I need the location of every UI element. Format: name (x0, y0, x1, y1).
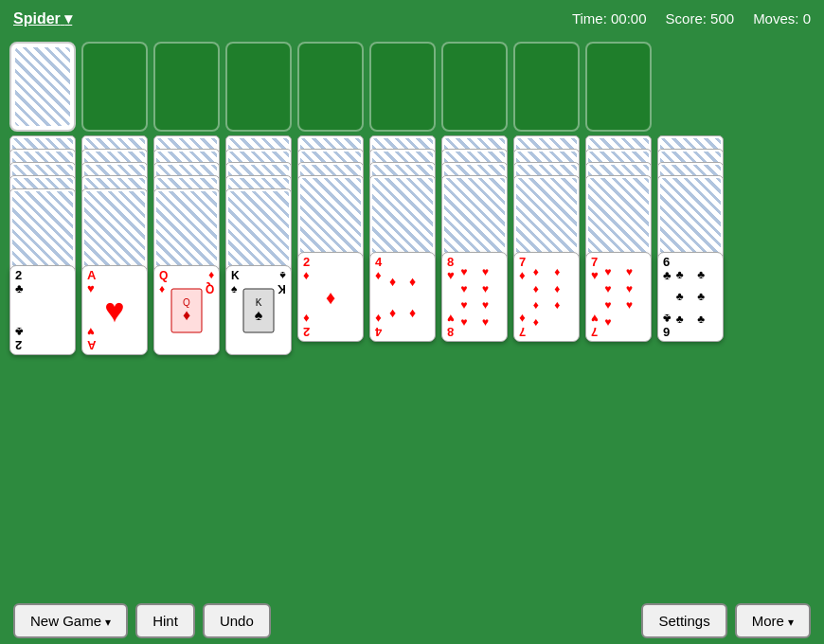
toolbar-left: New Game Hint Undo (13, 603, 271, 638)
title-text: Spider (13, 10, 61, 27)
column-4: 2♦ ♦ 2♦ (297, 135, 364, 514)
column-2: Q♦Q♦ Q ♦ (153, 135, 220, 514)
hint-button[interactable]: Hint (135, 603, 195, 638)
foundation-slot-7 (441, 42, 508, 132)
column-8: 7♥ ♥♥♥♥♥♥♥ 7♥ (585, 135, 652, 514)
foundation-slot-3 (153, 42, 220, 132)
moves-display: Moves: 0 (753, 10, 811, 27)
column-9: 6♣ ♣♣♣♣♣♣ 6♣ (657, 135, 724, 514)
header: Spider ▾ Time: 00:00 Score: 500 Moves: 0 (0, 0, 824, 36)
foundation-slot-9 (585, 42, 652, 132)
card-7-hearts[interactable]: 7♥ ♥♥♥♥♥♥♥ 7♥ (585, 252, 652, 342)
svg-text:♠: ♠ (255, 307, 263, 323)
foundation-slot-8 (513, 42, 580, 132)
hint-label: Hint (152, 613, 178, 629)
foundation-slot-4 (225, 42, 292, 132)
column-6: 8♥ ♥♥♥♥♥♥♥♥ 8♥ (441, 135, 508, 514)
columns-area: 2♣ 2♣ A♥ ♥ A♥ Q♦Q♦ (0, 135, 824, 514)
top-area (0, 36, 824, 135)
game-title[interactable]: Spider ▾ (13, 9, 72, 27)
column-7: 7♦ ♦♦♦♦♦♦♦ 7♦ (513, 135, 580, 514)
new-game-button[interactable]: New Game (13, 603, 128, 638)
card-4-diamonds[interactable]: 4♦ ♦♦♦♦ 4♦ (369, 252, 436, 342)
column-1: A♥ ♥ A♥ (81, 135, 148, 514)
time-value: 00:00 (611, 10, 647, 27)
column-3: K♠K♠ K ♠ (225, 135, 292, 514)
card-ace-hearts[interactable]: A♥ ♥ A♥ (81, 265, 148, 355)
toolbar: New Game Hint Undo Settings More (0, 597, 824, 644)
card-2-diamonds[interactable]: 2♦ ♦ 2♦ (297, 252, 364, 342)
score-label: Score: (666, 10, 707, 27)
settings-button[interactable]: Settings (641, 603, 726, 638)
title-dropdown-arrow: ▾ (64, 10, 72, 27)
more-button[interactable]: More (735, 603, 811, 638)
card-king-spades[interactable]: K♠K♠ K ♠ (225, 265, 292, 355)
svg-text:♦: ♦ (183, 307, 190, 323)
settings-label: Settings (658, 613, 709, 629)
card-queen-diamonds[interactable]: Q♦Q♦ Q ♦ (153, 265, 220, 355)
toolbar-right: Settings More (641, 603, 811, 638)
foundation-slot-5 (297, 42, 364, 132)
card-7-diamonds[interactable]: 7♦ ♦♦♦♦♦♦♦ 7♦ (513, 252, 580, 342)
undo-button[interactable]: Undo (203, 603, 271, 638)
foundation-slot-6 (369, 42, 436, 132)
card-8-hearts[interactable]: 8♥ ♥♥♥♥♥♥♥♥ 8♥ (441, 252, 508, 342)
score-display: Score: 500 (666, 10, 735, 27)
new-game-label: New Game (30, 613, 101, 629)
column-0: 2♣ 2♣ (9, 135, 76, 514)
time-display: Time: 00:00 (572, 10, 647, 27)
card-6-clubs[interactable]: 6♣ ♣♣♣♣♣♣ 6♣ (657, 252, 724, 342)
stock-pile[interactable] (9, 42, 76, 132)
undo-label: Undo (220, 613, 254, 629)
foundation-slot-2 (81, 42, 148, 132)
card-2-clubs[interactable]: 2♣ 2♣ (9, 265, 76, 355)
header-stats: Time: 00:00 Score: 500 Moves: 0 (572, 10, 811, 27)
column-5: 4♦ ♦♦♦♦ 4♦ (369, 135, 436, 514)
time-label: Time: (572, 10, 607, 27)
more-label: More (752, 613, 784, 629)
moves-value: 0 (803, 10, 811, 27)
score-value: 500 (710, 10, 734, 27)
moves-label: Moves: (753, 10, 798, 27)
